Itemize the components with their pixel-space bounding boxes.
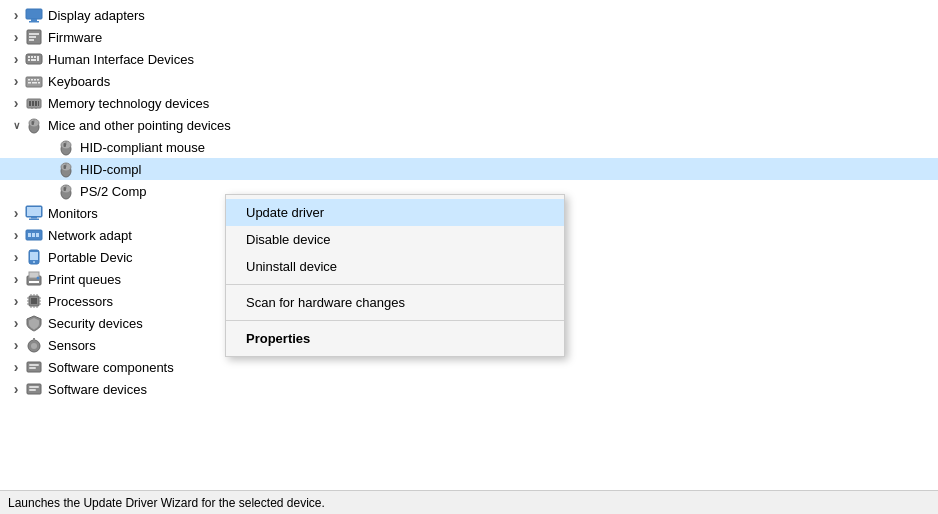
svg-rect-61 bbox=[31, 298, 37, 304]
svg-rect-50 bbox=[28, 233, 31, 237]
icon-software-devices bbox=[24, 379, 44, 399]
label-network-adapt: Network adapt bbox=[48, 228, 132, 243]
expand-software-components[interactable] bbox=[8, 359, 24, 375]
expand-mice[interactable] bbox=[8, 117, 24, 133]
label-software-components: Software components bbox=[48, 360, 174, 375]
label-monitors: Monitors bbox=[48, 206, 98, 221]
svg-point-55 bbox=[33, 261, 35, 263]
expand-display-adapters[interactable] bbox=[8, 7, 24, 23]
expand-human-interface[interactable] bbox=[8, 51, 24, 67]
svg-rect-12 bbox=[31, 59, 36, 61]
svg-rect-58 bbox=[29, 281, 39, 283]
expand-processors[interactable] bbox=[8, 293, 24, 309]
svg-rect-2 bbox=[29, 21, 39, 23]
context-menu-item-update-driver[interactable]: Update driver bbox=[226, 199, 564, 226]
label-portable-devic: Portable Devic bbox=[48, 250, 133, 265]
svg-rect-48 bbox=[29, 219, 39, 221]
icon-hid-mouse-1 bbox=[56, 137, 76, 157]
expand-memory-tech[interactable] bbox=[8, 95, 24, 111]
svg-rect-18 bbox=[37, 79, 39, 81]
tree-item-keyboards[interactable]: Keyboards bbox=[0, 70, 938, 92]
label-processors: Processors bbox=[48, 294, 113, 309]
tree-item-software-components[interactable]: Software components bbox=[0, 356, 938, 378]
icon-software-components bbox=[24, 357, 44, 377]
icon-firmware bbox=[24, 27, 44, 47]
icon-mice bbox=[24, 115, 44, 135]
status-bar: Launches the Update Driver Wizard for th… bbox=[0, 490, 938, 514]
expand-keyboards[interactable] bbox=[8, 73, 24, 89]
tree-item-display-adapters[interactable]: Display adapters bbox=[0, 4, 938, 26]
svg-rect-15 bbox=[28, 79, 30, 81]
svg-rect-79 bbox=[29, 367, 36, 369]
icon-keyboards bbox=[24, 71, 44, 91]
expand-network-adapt[interactable] bbox=[8, 227, 24, 243]
svg-rect-44 bbox=[64, 187, 67, 191]
context-menu-item-uninstall-device[interactable]: Uninstall device bbox=[226, 253, 564, 280]
svg-rect-47 bbox=[31, 217, 37, 219]
label-security-devices: Security devices bbox=[48, 316, 143, 331]
context-menu-item-disable-device[interactable]: Disable device bbox=[226, 226, 564, 253]
svg-point-75 bbox=[31, 343, 37, 349]
svg-rect-16 bbox=[31, 79, 33, 81]
icon-monitors bbox=[24, 203, 44, 223]
icon-ps2-comp bbox=[56, 181, 76, 201]
context-menu-item-scan-hardware[interactable]: Scan for hardware changes bbox=[226, 289, 564, 316]
label-firmware: Firmware bbox=[48, 30, 102, 45]
svg-rect-52 bbox=[36, 233, 39, 237]
expand-firmware[interactable] bbox=[8, 29, 24, 45]
tree-item-mice[interactable]: Mice and other pointing devices bbox=[0, 114, 938, 136]
label-hid-mouse-2: HID-compl bbox=[80, 162, 141, 177]
svg-rect-28 bbox=[35, 108, 37, 109]
svg-rect-32 bbox=[32, 121, 35, 125]
tree-item-memory-tech[interactable]: Memory technology devices bbox=[0, 92, 938, 114]
expand-sensors[interactable] bbox=[8, 337, 24, 353]
svg-rect-10 bbox=[34, 56, 36, 58]
expand-monitors[interactable] bbox=[8, 205, 24, 221]
label-display-adapters: Display adapters bbox=[48, 8, 145, 23]
context-menu-separator-1 bbox=[226, 284, 564, 285]
tree-item-human-interface[interactable]: Human Interface Devices bbox=[0, 48, 938, 70]
label-memory-tech: Memory technology devices bbox=[48, 96, 209, 111]
tree-item-hid-mouse-1[interactable]: HID-compliant mouse bbox=[0, 136, 938, 158]
svg-rect-20 bbox=[32, 82, 37, 84]
svg-rect-19 bbox=[28, 82, 31, 84]
expand-print-queues[interactable] bbox=[8, 271, 24, 287]
svg-rect-40 bbox=[64, 165, 67, 169]
expand-portable-devic[interactable] bbox=[8, 249, 24, 265]
icon-print-queues bbox=[24, 269, 44, 289]
icon-portable-devic bbox=[24, 247, 44, 267]
expand-security-devices[interactable] bbox=[8, 315, 24, 331]
svg-rect-6 bbox=[29, 39, 34, 41]
svg-rect-8 bbox=[28, 56, 30, 58]
svg-rect-23 bbox=[29, 101, 31, 106]
tree-item-software-devices[interactable]: Software devices bbox=[0, 378, 938, 400]
main-content: Display adapters Firmware bbox=[0, 0, 938, 490]
tree-item-hid-mouse-2[interactable]: HID-compl bbox=[0, 158, 938, 180]
svg-rect-11 bbox=[28, 59, 30, 61]
icon-memory-tech bbox=[24, 93, 44, 113]
label-print-queues: Print queues bbox=[48, 272, 121, 287]
context-menu-item-properties[interactable]: Properties bbox=[226, 325, 564, 352]
label-mice: Mice and other pointing devices bbox=[48, 118, 231, 133]
tree-item-firmware[interactable]: Firmware bbox=[0, 26, 938, 48]
label-software-devices: Software devices bbox=[48, 382, 147, 397]
label-keyboards: Keyboards bbox=[48, 74, 110, 89]
svg-rect-82 bbox=[29, 389, 36, 391]
icon-hid-mouse-2 bbox=[56, 159, 76, 179]
expand-software-devices[interactable] bbox=[8, 381, 24, 397]
svg-rect-25 bbox=[35, 101, 37, 106]
svg-rect-46 bbox=[27, 207, 41, 216]
label-ps2-comp: PS/2 Comp bbox=[80, 184, 146, 199]
svg-point-59 bbox=[37, 277, 40, 280]
label-sensors: Sensors bbox=[48, 338, 96, 353]
icon-human-interface bbox=[24, 49, 44, 69]
svg-rect-26 bbox=[38, 101, 39, 106]
icon-network-adapt bbox=[24, 225, 44, 245]
context-menu-separator-2 bbox=[226, 320, 564, 321]
status-bar-text: Launches the Update Driver Wizard for th… bbox=[8, 496, 325, 510]
svg-rect-51 bbox=[32, 233, 35, 237]
svg-rect-5 bbox=[29, 36, 36, 38]
icon-sensors bbox=[24, 335, 44, 355]
svg-rect-36 bbox=[64, 143, 67, 147]
svg-rect-1 bbox=[31, 19, 37, 21]
